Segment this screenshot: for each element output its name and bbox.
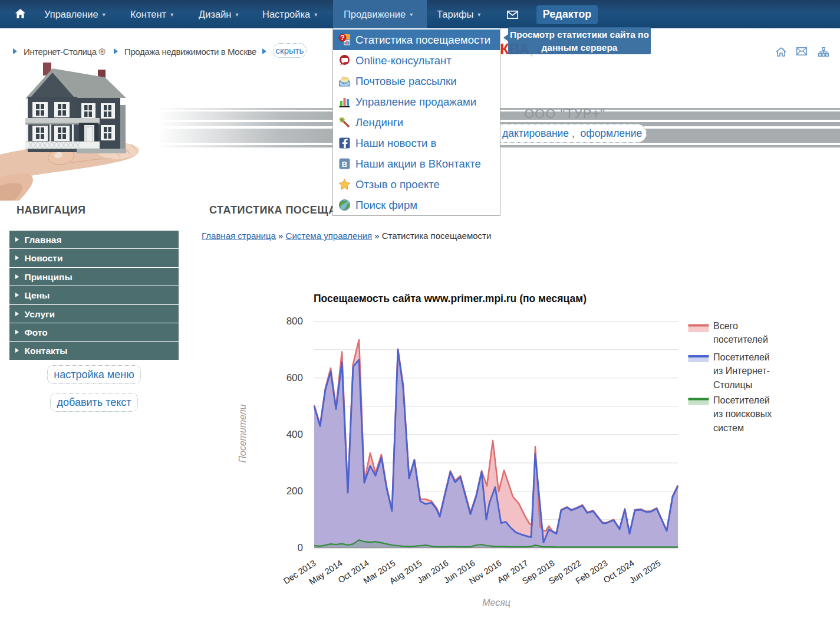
svg-text:?: ? bbox=[340, 34, 344, 42]
svg-text:Посетителей: Посетителей bbox=[713, 352, 770, 362]
svg-text:Посетители: Посетители bbox=[238, 404, 248, 462]
svg-text:посетителей: посетителей bbox=[713, 334, 768, 345]
svg-text:из Интернет-: из Интернет- bbox=[713, 366, 770, 376]
svg-text:Всего: Всего bbox=[713, 321, 738, 331]
svg-text:Месяц: Месяц bbox=[482, 598, 510, 608]
svg-text:В: В bbox=[342, 160, 347, 169]
svg-text:Столицы: Столицы bbox=[713, 380, 752, 390]
svg-text:из поисковых: из поисковых bbox=[713, 409, 772, 419]
svg-text:систем: систем bbox=[713, 423, 744, 433]
svg-text:Посещаемость сайта www.primer.: Посещаемость сайта www.primer.mpi.ru (по… bbox=[314, 293, 587, 304]
svg-text:400: 400 bbox=[286, 429, 303, 440]
svg-text:200: 200 bbox=[286, 485, 303, 497]
svg-text:Посетителей: Посетителей bbox=[713, 395, 770, 405]
svg-text:800: 800 bbox=[286, 316, 303, 327]
svg-text:600: 600 bbox=[286, 372, 303, 383]
svg-text:0: 0 bbox=[298, 542, 303, 553]
